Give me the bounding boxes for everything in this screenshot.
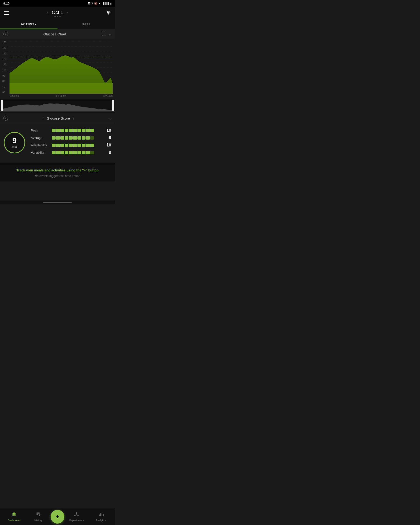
bar [65,136,68,140]
bar [86,144,90,147]
bar [77,136,81,140]
bar [60,129,64,132]
bar [52,144,55,147]
fullscreen-icon[interactable]: ⛶ [101,32,105,36]
wifi-icon: ▲ [98,2,101,5]
status-bar: 9:10 🖼 N 🔇 ▲ ▐▐▐▐ ▮ [0,0,115,7]
bar [65,129,68,132]
y-label-110: 110 [2,64,6,66]
svg-point-3 [107,11,108,12]
metric-label-adaptability: Adaptability [31,143,50,147]
date-dots [52,16,63,17]
track-subtitle: No events logged this time period [4,174,111,178]
metric-label-variability: Variability [31,151,50,154]
bar [56,129,60,132]
tab-data[interactable]: DATA [57,19,115,29]
glucose-chart-title: Glucose Chart [44,32,66,36]
status-icons: 🖼 N 🔇 ▲ ▐▐▐▐ ▮ [88,2,112,5]
glucose-chart-section: i Glucose Chart ⛶ ⌄ 150 140 130 120 110 … [0,29,115,112]
tab-bar: ACTIVITY DATA [0,19,115,29]
score-metrics: Peak 10 Average [31,128,111,157]
bar [73,151,77,154]
bar [60,151,64,154]
bar [52,151,55,154]
x-axis-labels: 12:00 am 04:41 am 08:41 am [2,94,113,99]
chart-info-button[interactable]: i [3,32,8,36]
total-score-circle: 9 Total [4,132,25,153]
x-label-mid: 04:41 am [56,95,66,97]
glucose-chart-svg [9,41,113,94]
metric-bars-adaptability [52,144,104,147]
bar [77,144,81,147]
track-section: Track your meals and activities using th… [0,163,115,181]
bar [56,151,60,154]
total-score-label: Total [11,145,17,149]
bar [82,151,85,154]
bar [60,136,64,140]
bar [86,129,90,132]
bar [86,151,90,154]
metric-row-variability: Variability 9 [31,150,111,155]
bar [69,129,73,132]
y-label-70: 70 [2,86,6,88]
x-label-start: 12:00 am [9,95,19,97]
score-next-button[interactable]: › [73,116,74,120]
y-label-130: 130 [2,53,6,55]
signal-icon: ▐▐▐▐ [102,2,109,5]
score-collapse-icon[interactable]: ⌄ [109,116,112,121]
metric-label-average: Average [31,136,50,140]
score-nav: ‹ Glucose Score › [43,116,74,120]
prev-date-button[interactable]: ‹ [46,10,49,17]
metric-bars-average [52,136,104,140]
date-text: Oct 1 [52,10,63,15]
glucose-chart-header: i Glucose Chart ⛶ ⌄ [0,29,115,39]
bar [69,136,73,140]
tab-activity[interactable]: ACTIVITY [0,19,57,29]
date-display: Oct 1 [52,10,63,17]
settings-button[interactable] [106,10,111,16]
y-label-80: 80 [2,80,6,83]
chart-controls: ⛶ ⌄ [101,32,112,36]
metric-bars-peak [52,129,104,132]
svg-point-5 [108,13,109,14]
y-axis-labels: 150 140 130 120 110 100 90 80 70 60 [2,41,6,94]
bar [82,136,85,140]
bar [52,129,55,132]
glucose-score-section: i ‹ Glucose Score › ⌄ 9 Total Peak [0,112,115,163]
scrubber-left-handle[interactable] [1,100,3,111]
score-prev-button[interactable]: ‹ [43,116,44,120]
mini-chart-svg [2,100,113,111]
menu-button[interactable] [4,11,9,15]
bar [73,144,77,147]
nfc-icon: N [91,2,93,5]
track-title: Track your meals and activities using th… [4,168,111,172]
bar [73,136,77,140]
collapse-icon[interactable]: ⌄ [109,32,112,36]
score-content: 9 Total Peak 10 [0,123,115,163]
total-score-number: 9 [12,137,17,144]
chart-drawing-area [9,41,113,94]
bar [52,136,55,140]
x-label-end: 08:41 am [103,95,113,97]
bar [82,129,85,132]
bar [60,144,64,147]
y-label-140: 140 [2,47,6,49]
metric-row-adaptability: Adaptability 10 [31,143,111,148]
metric-value-average: 9 [105,135,111,140]
bar [65,151,68,154]
next-date-button[interactable]: › [66,10,69,17]
y-label-60: 60 [2,91,6,94]
scrubber-right-handle[interactable] [112,100,114,111]
bottom-spacer [0,181,115,200]
y-label-150: 150 [2,41,6,44]
bar [56,144,60,147]
chart-scrubber[interactable] [0,99,115,112]
bar [65,144,68,147]
bar [69,151,73,154]
score-info-button[interactable]: i [3,116,8,121]
metric-label-peak: Peak [31,129,50,132]
metric-value-variability: 9 [105,150,111,155]
date-nav: ‹ Oct 1 › [46,10,69,17]
metric-bars-variability [52,151,104,154]
y-label-120: 120 [2,58,6,60]
